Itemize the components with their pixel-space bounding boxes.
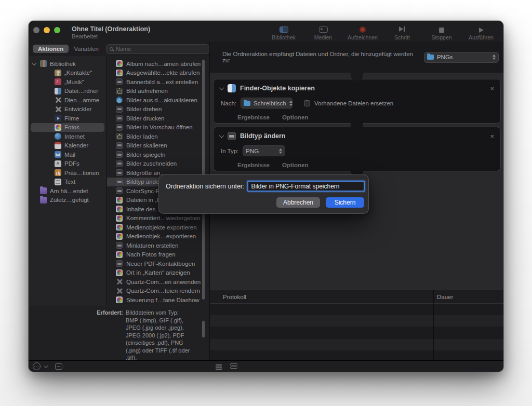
sidebar-item[interactable]: Präs…tionen — [31, 168, 104, 178]
log-list-view-icon[interactable] — [216, 364, 222, 370]
sidebar-item[interactable]: „Musik“ — [31, 77, 104, 87]
log-table-view-icon[interactable] — [230, 363, 237, 370]
action-item[interactable]: Medienobjek…exportieren — [107, 232, 209, 241]
log-area — [210, 304, 503, 360]
action-item[interactable]: Kommentiert…wiedergeben — [107, 214, 209, 223]
action-item[interactable]: Medienobjekte exportieren — [107, 223, 209, 232]
action-item-icon — [116, 169, 123, 176]
image-type-popup[interactable]: PNG — [243, 145, 285, 156]
zoom-window-icon[interactable] — [54, 27, 60, 33]
sidebar-item[interactable]: Dien…amme — [31, 96, 104, 105]
options-link[interactable]: Optionen — [282, 114, 308, 120]
toolbar-icon — [360, 26, 366, 33]
results-link[interactable]: Ergebnisse — [237, 114, 270, 120]
sidebar-item[interactable]: PDFs — [31, 159, 104, 169]
sidebar-item[interactable]: Entwickler — [31, 105, 104, 114]
sidebar-item[interactable]: Kalender — [31, 141, 104, 151]
action-item-label: Ort in „Karten“ anzeigen — [126, 269, 190, 276]
action-item[interactable]: Bilder drehen — [107, 105, 209, 114]
action-item[interactable]: Ausgewählte…ekte abrufen — [107, 69, 209, 78]
action-item-label: Medienobjekte exportieren — [126, 224, 197, 231]
media-browser-icon[interactable] — [55, 363, 62, 370]
action-item-icon — [116, 288, 123, 294]
action-item[interactable]: Bilder drucken — [107, 114, 209, 123]
sidebar-item-label: Mail — [64, 152, 75, 158]
toolbar-button[interactable]: Medien — [306, 23, 340, 40]
sidebar-item[interactable]: Internet — [31, 132, 104, 141]
disclosure-triangle-icon[interactable] — [32, 61, 37, 66]
sidebar-item-icon — [40, 187, 47, 194]
toolbar-button[interactable]: Schritt — [385, 23, 419, 40]
action-item-icon — [116, 242, 123, 249]
results-link[interactable]: Ergebnisse — [237, 162, 270, 168]
cancel-button[interactable]: Abbrechen — [276, 197, 320, 208]
log-column-protocol[interactable]: Protokoll — [210, 294, 246, 300]
workflow-action-bildtyp-aendern[interactable]: Bildtyp ändern × In Typ: PNG Ergebnisse … — [213, 127, 501, 171]
close-icon[interactable]: × — [490, 85, 494, 92]
action-item[interactable]: Neuer PDF-Kontaktbogen — [107, 259, 209, 268]
action-item-label: Album nach…amen abrufen — [126, 61, 201, 67]
save-name-input[interactable] — [247, 181, 365, 192]
window-subtitle: Bearbeitet — [72, 33, 98, 39]
action-item[interactable]: Quartz-Com…en anwenden — [107, 277, 209, 287]
chevron-down-icon[interactable] — [219, 85, 224, 90]
destination-popup[interactable]: Schreibtisch — [241, 98, 292, 109]
log-row — [210, 339, 503, 350]
close-window-icon[interactable] — [33, 27, 39, 33]
action-item-icon — [116, 224, 123, 231]
attached-folder-popup[interactable]: PNGs — [424, 52, 499, 63]
sidebar-item[interactable]: Zuletz…gefügt — [31, 196, 104, 205]
sidebar-item-label: Entwickler — [64, 106, 91, 112]
action-item[interactable]: Steuerung f…tane Diashow — [107, 295, 209, 305]
workflow-action-finder-objekte-kopieren[interactable]: Finder-Objekte kopieren × Nach: Schreibt… — [213, 79, 501, 124]
toolbar-button[interactable]: Ausführen — [464, 23, 498, 40]
field-label: In Typ: — [221, 148, 238, 154]
sidebar-item[interactable]: Datei…rdner — [31, 87, 104, 96]
toolbar-button[interactable]: Aufzeichnen — [345, 23, 380, 40]
sidebar-item[interactable]: Bibliothek — [31, 59, 104, 69]
minimize-window-icon[interactable] — [44, 27, 50, 33]
chevron-down-icon[interactable] — [44, 363, 48, 368]
action-item-icon — [116, 124, 123, 131]
action-item[interactable]: Bannerbild a…ext erstellen — [107, 77, 209, 87]
action-item[interactable]: Nach Fotos fragen — [107, 250, 209, 260]
log-column-duration[interactable]: Dauer — [437, 294, 453, 300]
action-item[interactable]: Bilder skalieren — [107, 141, 209, 151]
sidebar-item[interactable]: Mail — [31, 150, 104, 159]
action-item-icon — [116, 251, 123, 258]
action-item[interactable]: Bilder laden — [107, 132, 209, 141]
sidebar-item[interactable]: „Kontakte“ — [31, 69, 104, 78]
toolbar-button[interactable]: Stoppen — [424, 23, 459, 40]
toolbar-button[interactable]: Bibliothek — [267, 23, 301, 40]
sidebar-item[interactable]: Text — [31, 178, 104, 187]
options-link[interactable]: Optionen — [282, 162, 308, 168]
bottom-status-bar: ··· — [29, 360, 503, 372]
action-item[interactable]: Bild aufnehmen — [107, 87, 209, 96]
action-search-field[interactable] — [106, 44, 209, 54]
action-item-icon — [116, 60, 123, 67]
search-input[interactable] — [116, 46, 206, 52]
action-menu-icon[interactable]: ··· — [33, 362, 41, 370]
sidebar-item-label: Fotos — [64, 124, 79, 130]
action-item[interactable]: Bilder zuschneiden — [107, 159, 209, 169]
sidebar-item-icon — [55, 151, 61, 158]
action-item[interactable]: Bilder spiegeln — [107, 150, 209, 159]
action-item[interactable]: Bilder in Vorschau öffnen — [107, 123, 209, 132]
sidebar-item[interactable]: Filme — [31, 114, 104, 123]
action-item[interactable]: Quartz-Com…teien rendern — [107, 287, 209, 296]
action-item[interactable]: Ort in „Karten“ anzeigen — [107, 268, 209, 278]
close-icon[interactable]: × — [490, 133, 494, 140]
action-item-label: Bild aufnehmen — [126, 88, 168, 94]
log-row — [210, 315, 503, 327]
chevron-down-icon[interactable] — [219, 133, 224, 138]
sidebar-item[interactable]: Am hä…endet — [31, 186, 104, 196]
action-item[interactable]: Album nach…amen abrufen — [107, 59, 209, 69]
save-button[interactable]: Sichern — [326, 197, 364, 208]
tab-aktionen[interactable]: Aktionen — [33, 45, 69, 53]
action-item[interactable]: Miniaturen erstellen — [107, 241, 209, 250]
tab-variablen[interactable]: Variablen — [74, 46, 99, 52]
sidebar-item[interactable]: Fotos — [31, 123, 104, 132]
description-scrollbar[interactable] — [202, 321, 205, 337]
replace-files-checkbox[interactable] — [304, 100, 310, 106]
action-item[interactable]: Bilder aus d…aktualisieren — [107, 96, 209, 105]
